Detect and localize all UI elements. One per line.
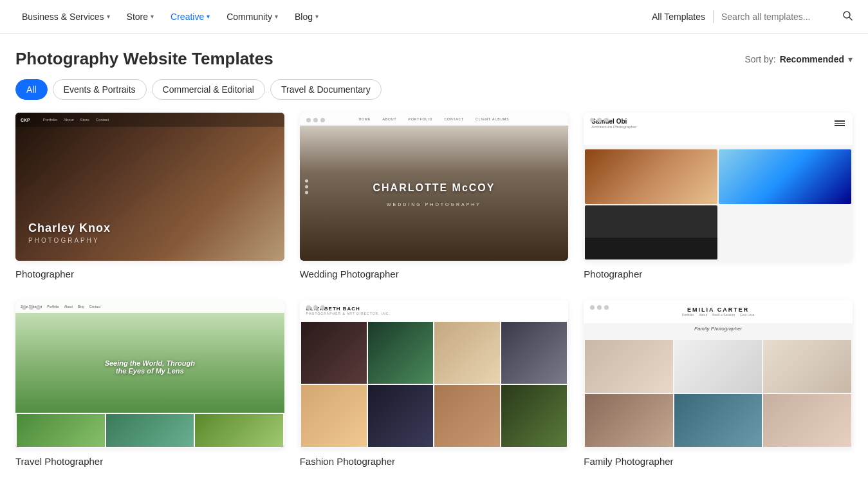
sim-nav2-item: ABOUT bbox=[382, 117, 396, 121]
template-thumb-elizabeth: ELIZABETH BACH PHOTOGRAPHER & ART DIRECT… bbox=[300, 300, 569, 448]
filter-tab-commercial-editorial[interactable]: Commercial & Editorial bbox=[152, 79, 265, 100]
em-nav-item: Give Love bbox=[740, 313, 755, 317]
search-icon[interactable] bbox=[842, 10, 853, 23]
all-templates-link[interactable]: All Templates bbox=[652, 12, 705, 22]
template-thumb-emilia: EMILIA CARTER Portfolio About Book a Ses… bbox=[584, 300, 853, 448]
page-header: Photography Website Templates Sort by: R… bbox=[0, 33, 868, 79]
dot bbox=[604, 305, 609, 310]
chevron-down-icon: ▾ bbox=[107, 13, 110, 20]
template-card-charley-knox[interactable]: CKP Portfolio About Store Contact Charle… bbox=[15, 113, 284, 279]
template-grid: CKP Portfolio About Store Contact Charle… bbox=[0, 113, 868, 493]
nav-item-community[interactable]: Community ▾ bbox=[220, 8, 284, 26]
e-sub: PHOTOGRAPHER & ART DIRECTOR, INC. bbox=[306, 312, 562, 315]
template-label: Family Photographer bbox=[584, 456, 853, 467]
sim-nav-item: Store bbox=[80, 118, 89, 122]
template-label: Wedding Photographer bbox=[300, 268, 569, 279]
e-grid bbox=[300, 321, 569, 448]
photographer-subtitle: Photography bbox=[28, 237, 100, 244]
em-grid-5 bbox=[674, 394, 762, 447]
t-main-text2: the Eyes of My Lens bbox=[105, 367, 195, 375]
photographer-name: Charley Knox bbox=[28, 221, 111, 235]
nav-item-creative[interactable]: Creative ▾ bbox=[164, 8, 216, 26]
sim-nav2-item: PORTFOLIO bbox=[409, 117, 433, 121]
e-grid-6 bbox=[368, 385, 434, 447]
nav-label-community: Community bbox=[226, 12, 272, 22]
em-nav-item: Book a Session bbox=[712, 313, 735, 317]
sim-nav-item: About bbox=[64, 118, 74, 122]
sort-by-control[interactable]: Sort by: Recommended ▾ bbox=[744, 54, 853, 64]
side-dot bbox=[305, 185, 308, 189]
t-bottom-img1 bbox=[17, 414, 105, 447]
svg-line-1 bbox=[849, 17, 852, 20]
filter-tab-travel-documentary[interactable]: Travel & Documentary bbox=[270, 79, 382, 100]
em-name: EMILIA CARTER bbox=[687, 306, 749, 313]
dot bbox=[22, 305, 26, 310]
template-card-samuel-obi[interactable]: Samuel Obi Architecture Photographer Pho… bbox=[584, 113, 853, 279]
main-nav: Business & Services ▾ Store ▾ Creative ▾… bbox=[0, 0, 868, 33]
e-grid-4 bbox=[501, 322, 567, 384]
sim-nav-item: Portfolio bbox=[43, 118, 57, 122]
side-dots bbox=[305, 180, 308, 194]
window-dots bbox=[22, 305, 41, 310]
sim-nav-item: Contact bbox=[96, 118, 109, 122]
dot bbox=[604, 118, 609, 122]
dot bbox=[306, 118, 311, 122]
search-input[interactable] bbox=[721, 12, 837, 22]
chevron-down-icon: ▾ bbox=[315, 13, 319, 20]
nav-label-business-services: Business & Services bbox=[22, 12, 104, 22]
em-nav-item: Portfolio bbox=[682, 313, 694, 317]
window-dots bbox=[306, 118, 325, 122]
nav-item-blog[interactable]: Blog ▾ bbox=[288, 8, 325, 26]
t-text: Seeing the World, Through the Eyes of My… bbox=[105, 359, 195, 375]
s-sub: Architecture Photographer bbox=[591, 125, 636, 129]
filter-tab-all[interactable]: All bbox=[15, 79, 48, 100]
couple-name: CHARLOTTE McCOY bbox=[373, 182, 495, 194]
s-images bbox=[584, 148, 853, 261]
t-nav-item: Blog bbox=[78, 305, 84, 308]
dot bbox=[313, 118, 318, 122]
chevron-down-icon: ▾ bbox=[151, 13, 154, 20]
sim-nav2-item: CONTACT bbox=[444, 117, 464, 121]
template-card-travel[interactable]: Jake Johnson Portfolio About Blog Contac… bbox=[15, 300, 284, 467]
window-dots bbox=[590, 118, 609, 122]
sim-nav: CKP Portfolio About Store Contact bbox=[15, 113, 284, 127]
e-grid-2 bbox=[368, 322, 434, 384]
t-nav: Jake Johnson Portfolio About Blog Contac… bbox=[15, 300, 284, 313]
em-grid-2 bbox=[674, 340, 762, 393]
t-nav-item: About bbox=[64, 305, 73, 308]
e-name: ELIZABETH BACH bbox=[306, 306, 562, 312]
nav-items: Business & Services ▾ Store ▾ Creative ▾… bbox=[15, 8, 652, 26]
em-tagline: Family Photographer bbox=[694, 326, 742, 332]
template-card-elizabeth-bach[interactable]: ELIZABETH BACH PHOTOGRAPHER & ART DIRECT… bbox=[300, 300, 569, 467]
nav-item-business-services[interactable]: Business & Services ▾ bbox=[15, 8, 116, 26]
sim-logo: CKP bbox=[21, 118, 30, 122]
dot bbox=[597, 305, 602, 310]
nav-divider bbox=[713, 10, 714, 23]
filter-tab-events-portraits[interactable]: Events & Portraits bbox=[53, 79, 147, 100]
side-dot bbox=[305, 180, 308, 183]
dot bbox=[313, 305, 318, 310]
dot bbox=[590, 305, 595, 310]
chevron-down-icon: ▾ bbox=[848, 54, 853, 64]
nav-item-store[interactable]: Store ▾ bbox=[120, 8, 160, 26]
s-image-2 bbox=[719, 149, 851, 204]
template-thumb-samuel: Samuel Obi Architecture Photographer bbox=[584, 113, 853, 261]
s-menu-line bbox=[835, 125, 845, 126]
s-menu-line bbox=[835, 123, 845, 124]
template-card-charlotte-mccoy[interactable]: HOME ABOUT PORTFOLIO CONTACT CLIENT ALBU… bbox=[300, 113, 569, 279]
template-label: Travel Photographer bbox=[15, 456, 284, 467]
em-header: EMILIA CARTER Portfolio About Book a Ses… bbox=[584, 300, 853, 323]
nav-label-blog: Blog bbox=[295, 12, 313, 22]
chevron-down-icon: ▾ bbox=[275, 13, 278, 20]
em-grid-6 bbox=[763, 394, 851, 447]
nav-right: All Templates bbox=[652, 10, 853, 23]
template-card-emilia-carter[interactable]: EMILIA CARTER Portfolio About Book a Ses… bbox=[584, 300, 853, 467]
e-grid-5 bbox=[301, 385, 367, 447]
template-thumb-charlotte: HOME ABOUT PORTFOLIO CONTACT CLIENT ALBU… bbox=[300, 113, 569, 261]
t-bottom-img3 bbox=[195, 414, 283, 447]
sim-nav2-item: CLIENT ALBUMS bbox=[476, 117, 509, 121]
template-thumb-travel: Jake Johnson Portfolio About Blog Contac… bbox=[15, 300, 284, 448]
sim-nav2: HOME ABOUT PORTFOLIO CONTACT CLIENT ALBU… bbox=[300, 113, 569, 126]
sort-by-value: Recommended bbox=[780, 54, 844, 64]
side-dot bbox=[305, 191, 308, 194]
